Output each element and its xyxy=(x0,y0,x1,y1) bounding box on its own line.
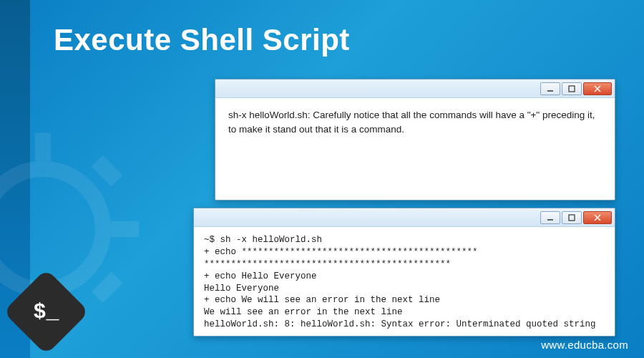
close-button[interactable] xyxy=(583,211,612,224)
maximize-button[interactable] xyxy=(562,211,582,224)
page-title: Execute Shell Script xyxy=(54,23,350,57)
bash-shell-icon: $_ xyxy=(16,281,77,342)
svg-rect-10 xyxy=(569,86,575,92)
svg-rect-1 xyxy=(35,133,51,161)
maximize-button[interactable] xyxy=(562,82,582,95)
footer-url: www.educba.com xyxy=(541,339,628,351)
minimize-button[interactable] xyxy=(540,82,560,95)
bash-icon-glyph: $_ xyxy=(16,281,77,342)
svg-rect-14 xyxy=(569,215,575,221)
minimize-button[interactable] xyxy=(540,211,560,224)
window-titlebar xyxy=(215,79,615,98)
terminal-output: ~$ sh -x helloWorld.sh + echo **********… xyxy=(194,227,615,338)
svg-rect-4 xyxy=(111,221,139,237)
terminal-window: ~$ sh -x helloWorld.sh + echo **********… xyxy=(193,208,615,337)
description-window-body: sh-x helloWorld.sh: Carefully notice tha… xyxy=(215,98,615,147)
window-titlebar xyxy=(194,208,615,227)
svg-rect-8 xyxy=(92,271,123,303)
description-window: sh-x helloWorld.sh: Carefully notice tha… xyxy=(215,79,615,200)
close-button[interactable] xyxy=(583,82,612,95)
svg-rect-6 xyxy=(92,155,123,187)
